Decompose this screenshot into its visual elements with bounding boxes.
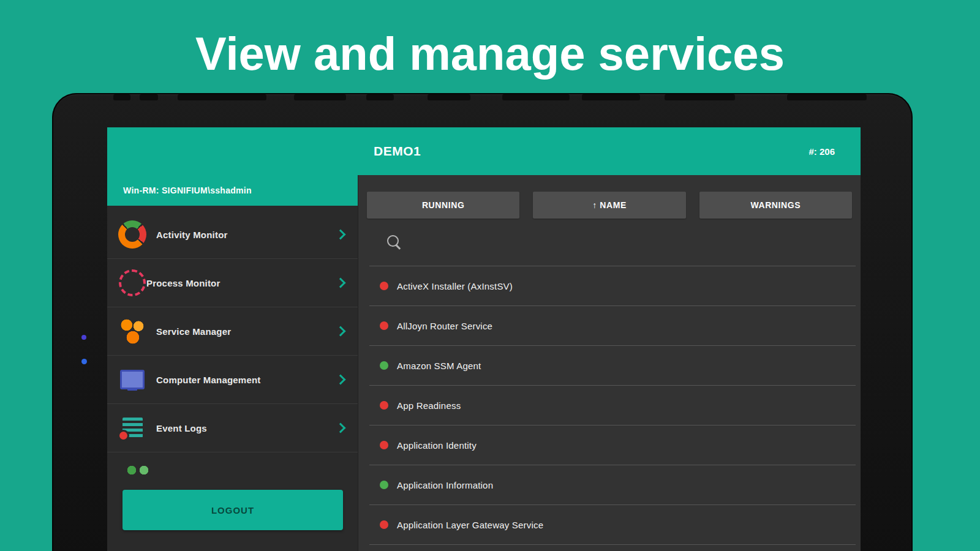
service-name: Application Information [397,480,493,490]
status-dot-stopped [380,441,388,449]
sidebar-item-label: Activity Monitor [156,230,228,240]
tablet-edge-detail [582,94,640,100]
sidebar: Win-RM: SIGNIFIUM\sshadmin Activity Moni… [107,175,358,551]
sidebar-item-label: Service Manager [156,326,231,337]
filter-button-running[interactable]: RUNNING [367,192,519,219]
camera-dot-icon [81,335,86,340]
tablet-edge-detail [178,94,266,100]
status-dot-running [380,361,388,370]
app-topbar: DEMO1 #: 206 [107,127,861,175]
chevron-right-icon [336,375,346,385]
logout-button[interactable]: LOGOUT [123,490,343,530]
service-name: Application Identity [397,440,477,451]
service-name: ActiveX Installer (AxInstSV) [397,281,513,291]
tablet-device: DEMO1 #: 206 Win-RM: SIGNIFIUM\sshadmin … [52,93,913,551]
service-name: AllJoyn Router Service [397,321,492,331]
service-row[interactable]: App Readiness [369,386,856,425]
camera-dot-icon [81,359,87,364]
page-title: DEMO1 [374,144,421,159]
search-icon [387,235,402,250]
service-row[interactable]: AllJoyn Router Service [369,306,856,346]
status-dot-stopped [380,282,388,290]
filter-button-warnings[interactable]: WARNINGS [699,192,852,219]
service-name: Application Layer Gateway Service [397,520,543,530]
service-list: ActiveX Installer (AxInstSV)AllJoyn Rout… [369,266,856,545]
chevron-right-icon [336,423,346,433]
tablet-edge-detail [140,94,158,100]
status-dot-stopped [380,520,388,529]
status-dot-stopped [380,321,388,330]
tablet-edge-detail [428,94,470,100]
sidebar-item-process-monitor[interactable]: Process Monitor [107,259,358,307]
status-dot-running [380,481,388,489]
sidebar-item-label: Event Logs [156,423,207,433]
service-row[interactable]: Amazon SSM Agent [369,346,856,386]
activity-monitor-icon [118,220,146,249]
chevron-right-icon [336,326,346,337]
event-logs-icon [118,414,146,442]
tablet-edge-detail [294,94,346,100]
sidebar-item-event-logs[interactable]: Event Logs [107,404,358,452]
service-name: Amazon SSM Agent [397,361,481,371]
filter-button-name[interactable]: ↑ NAME [533,192,685,219]
service-name: App Readiness [397,400,461,411]
chevron-right-icon [336,278,346,288]
service-panel: RUNNING↑ NAMEWARNINGS ActiveX Installer … [358,175,861,551]
search-field[interactable] [369,219,856,266]
sidebar-item-computer-management[interactable]: Computer Management [107,356,358,404]
service-row[interactable]: Application Identity [369,425,856,465]
status-dot-stopped [380,401,388,410]
connection-label: Win-RM: SIGNIFIUM\sshadmin [123,186,252,195]
service-row[interactable]: ActiveX Installer (AxInstSV) [369,266,856,306]
sidebar-item-service-manager[interactable]: Service Manager [107,307,358,356]
service-row[interactable]: Application Information [369,465,856,505]
service-row[interactable]: Application Layer Gateway Service [369,505,856,545]
sidebar-item-label: Computer Management [156,375,261,385]
tablet-edge-detail [787,94,867,100]
service-manager-icon [118,317,146,345]
hero-title: View and manage services [0,26,980,81]
process-monitor-icon [119,269,146,296]
tablet-edge-detail [113,94,130,100]
tablet-edge-detail [366,94,394,100]
sidebar-item-activity-monitor[interactable]: Activity Monitor [107,211,358,259]
tablet-edge-detail [665,94,735,100]
app-screen: DEMO1 #: 206 Win-RM: SIGNIFIUM\sshadmin … [107,127,861,551]
computer-management-icon [118,365,146,394]
sidebar-item-label: Process Monitor [146,278,221,288]
tablet-edge-detail [502,94,570,100]
partial-menu-icon [126,463,153,475]
connection-info: Win-RM: SIGNIFIUM\sshadmin [107,175,358,206]
filter-bar: RUNNING↑ NAMEWARNINGS [358,175,861,219]
sidebar-menu: Activity MonitorProcess MonitorService M… [107,206,358,452]
service-count-badge: #: 206 [809,146,835,157]
chevron-right-icon [336,230,346,240]
